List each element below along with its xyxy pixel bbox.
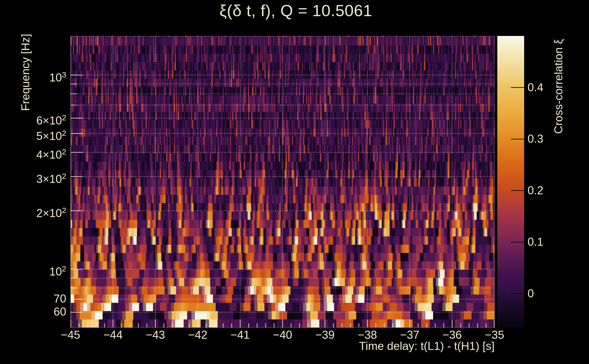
x-tick-label: −41: [230, 328, 250, 341]
y-tick-label: 102: [0, 263, 66, 277]
y-tick-label: 2×102: [0, 205, 66, 219]
plot-title: ξ(δ t, f), Q = 10.5061: [219, 1, 372, 20]
colorbar-tick-label: 0.1: [528, 236, 543, 247]
y-tick-label: 5×102: [0, 127, 66, 142]
qscan-cross-correlation-figure: ξ(δ t, f), Q = 10.5061 Frequency [Hz] −4…: [0, 0, 589, 364]
spectrogram-heatmap: [71, 36, 495, 328]
colorbar-tick-label: 0.4: [528, 82, 543, 93]
y-tick-label: 60: [0, 306, 66, 317]
colorbar-tick-line: [511, 242, 524, 242]
colorbar-tick-line: [511, 293, 524, 294]
colorbar-gradient: [497, 36, 524, 328]
x-tick-label: −43: [146, 328, 165, 341]
x-tick-label: −45: [61, 328, 80, 341]
x-axis-title: Time delay: t(L1) - t(H1) [s]: [359, 339, 495, 353]
colorbar-tick-label: 0: [528, 288, 534, 299]
colorbar-tick-line: [511, 190, 524, 191]
x-tick-label: −40: [273, 328, 292, 341]
x-tick-label: −39: [315, 328, 334, 341]
colorbar-tick-label: 0.2: [528, 185, 543, 196]
colorbar-tick-line: [511, 87, 524, 88]
colorbar-tick-label: 0.3: [528, 133, 543, 144]
y-tick-label: 70: [0, 293, 66, 304]
x-tick-label: −44: [103, 328, 123, 341]
y-tick-label: 4×102: [0, 146, 66, 160]
y-tick-label: 3×102: [0, 170, 66, 185]
y-tick-label: 6×102: [0, 112, 66, 126]
y-tick-label: 103: [0, 69, 66, 83]
colorbar-tick-line: [511, 139, 524, 139]
colorbar-title: Cross-correlation ξ: [552, 39, 565, 134]
x-tick-label: −42: [188, 328, 207, 341]
